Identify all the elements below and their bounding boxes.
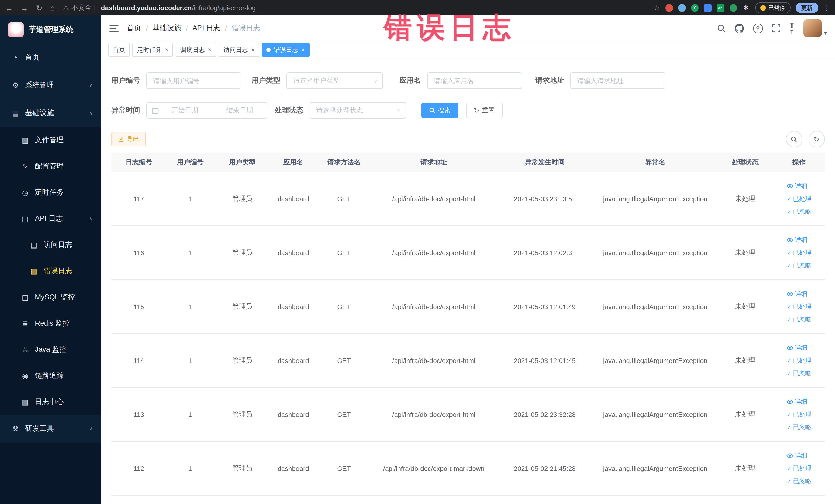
browser-home-icon[interactable]: ⌂ — [50, 4, 55, 12]
extension-leaf-icon[interactable] — [729, 4, 737, 12]
extension-plugin-icon[interactable]: ✱ — [742, 4, 750, 12]
row-action-ignored[interactable]: ✓已忽略 — [787, 205, 811, 218]
close-icon[interactable]: × — [165, 47, 168, 53]
tab-home[interactable]: 首页 — [108, 43, 130, 57]
row-action-ignored[interactable]: ✓已忽略 — [787, 421, 811, 434]
cell-method: GET — [316, 387, 372, 441]
cell-exception: java.lang.IllegalArgumentException — [594, 226, 717, 280]
row-action-processed[interactable]: ✓已处理 — [787, 354, 811, 367]
row-action-detail[interactable]: 详细 — [787, 234, 811, 246]
row-action-detail[interactable]: 详细 — [787, 341, 811, 354]
sidebar-item-log-center[interactable]: ▤ 日志中心 — [0, 389, 101, 415]
logo[interactable]: 芋道管理系统 — [0, 15, 101, 44]
extension-y-icon[interactable]: Y — [691, 4, 698, 12]
cell-method: GET — [316, 172, 372, 226]
tab-error-log[interactable]: 错误日志 × — [262, 43, 309, 57]
sidebar-item-java[interactable]: ☕ Java 监控 — [0, 336, 101, 363]
tab-access-log[interactable]: 访问日志 × — [219, 43, 259, 57]
cell-status: 未处理 — [717, 226, 773, 280]
row-action-processed[interactable]: ✓已处理 — [787, 408, 811, 421]
tab-job[interactable]: 定时任务 × — [133, 43, 173, 57]
filter-label-process-status: 处理状态 — [274, 106, 303, 115]
doc-icon: ▤ — [21, 215, 30, 223]
cell-user_type: 管理员 — [214, 280, 270, 334]
process-status-select[interactable]: 请选择处理状态 ∨ — [309, 102, 406, 119]
browser-reload-icon[interactable]: ↻ — [36, 4, 42, 12]
user-menu[interactable]: ▾ — [804, 19, 827, 38]
breadcrumb-item[interactable]: 基础设施 — [152, 24, 181, 33]
github-icon[interactable] — [734, 24, 744, 33]
row-action-detail[interactable]: 详细 — [787, 287, 811, 300]
browser-update-button[interactable]: 更新 — [795, 3, 818, 13]
cell-user_id: 1 — [166, 334, 214, 387]
sidebar-item-trace[interactable]: ◉ 链路追踪 — [0, 363, 101, 389]
sidebar-item-job[interactable]: ◷ 定时任务 — [0, 179, 101, 205]
help-icon[interactable]: ? — [753, 23, 762, 33]
sidebar-item-dev-tools[interactable]: ⚒ 研发工具∨ — [0, 415, 101, 443]
profile-paused-badge[interactable]: 已暂停 — [755, 2, 790, 13]
request-url-input[interactable] — [570, 73, 665, 89]
address-bar[interactable]: dashboard.yudao.iocoder.cn/infra/log/api… — [101, 4, 648, 12]
close-icon[interactable]: × — [301, 47, 305, 53]
security-label[interactable]: 不安全 — [72, 3, 91, 12]
sidebar-item-redis[interactable]: ≣ Redis 监控 — [0, 310, 101, 336]
avatar[interactable] — [804, 19, 822, 38]
row-action-detail[interactable]: 详细 — [787, 180, 811, 192]
row-action-processed[interactable]: ✓已处理 — [787, 192, 811, 205]
sidebar-item-infra[interactable]: ▦ 基础设施∧ — [0, 99, 101, 127]
browser-forward-icon[interactable]: → — [21, 4, 28, 12]
breadcrumb-item[interactable]: API 日志 — [192, 24, 221, 33]
row-action-ignored[interactable]: ✓已忽略 — [787, 475, 811, 488]
sidebar-item-error-log[interactable]: ▤ 错误日志 — [0, 258, 101, 284]
cell-method: GET — [316, 280, 372, 334]
row-action-ignored[interactable]: ✓已忽略 — [787, 367, 811, 380]
reset-button[interactable]: ↻ 重置 — [466, 103, 503, 118]
search-button[interactable]: 搜索 — [422, 103, 459, 118]
close-icon[interactable]: × — [208, 47, 211, 53]
bookmark-star-icon[interactable]: ☆ — [653, 4, 660, 12]
fullscreen-icon[interactable] — [772, 24, 780, 32]
row-action-processed[interactable]: ✓已处理 — [787, 462, 811, 475]
row-action-processed[interactable]: ✓已处理 — [787, 246, 811, 259]
extension-timer-icon[interactable] — [665, 4, 673, 12]
sidebar-item-mysql[interactable]: ◫ MySQL 监控 — [0, 284, 101, 310]
sidebar-item-api-log[interactable]: ▤ API 日志∧ — [0, 205, 101, 231]
browser-back-icon[interactable]: ← — [5, 4, 13, 12]
refresh-table-button[interactable]: ↻ — [808, 131, 825, 147]
sidebar-item-access-log[interactable]: ▤ 访问日志 — [0, 231, 101, 258]
row-action-ignored[interactable]: ✓已忽略 — [787, 259, 811, 272]
cell-user_id: 1 — [166, 441, 214, 495]
check-icon: ✓ — [787, 250, 791, 256]
row-action-ignored[interactable]: ✓已忽略 — [787, 313, 811, 326]
row-action-detail[interactable]: 详细 — [787, 395, 811, 408]
hamburger-icon[interactable] — [109, 25, 119, 32]
cell-method: GET — [316, 441, 372, 495]
exception-time-range-picker[interactable]: 开始日期 - 结束日期 — [146, 102, 267, 119]
tags-bar: 首页 定时任务 × 调度日志 × 访问日志 × 错误日志 × — [101, 41, 835, 59]
browser-menu-icon[interactable]: ⋮ — [823, 4, 830, 12]
sidebar-item-system[interactable]: ⚙ 系统管理∨ — [0, 72, 101, 99]
extension-on-icon[interactable]: on — [716, 4, 724, 12]
cell-app: dashboard — [270, 226, 316, 280]
sidebar-item-config[interactable]: ✎ 配置管理 — [0, 153, 101, 179]
tab-job-log[interactable]: 调度日志 × — [176, 43, 216, 57]
app-name-input[interactable] — [427, 73, 522, 89]
user-type-select[interactable]: 请选择用户类型 ∨ — [286, 73, 383, 89]
close-icon[interactable]: × — [251, 47, 254, 53]
sidebar-item-file[interactable]: ▤ 文件管理 — [0, 127, 101, 153]
sidebar-item-home[interactable]: ◔ 首页 — [0, 44, 101, 72]
eye-icon — [787, 452, 793, 459]
extension-grid-icon[interactable] — [704, 4, 711, 12]
hide-search-button[interactable] — [786, 131, 802, 147]
download-icon — [118, 136, 124, 142]
row-action-processed[interactable]: ✓已处理 — [787, 300, 811, 313]
column-header: 处理状态 — [717, 153, 773, 172]
extension-drop-icon[interactable] — [678, 4, 686, 12]
check-icon: ✓ — [787, 370, 791, 376]
export-button[interactable]: 导出 — [111, 132, 146, 146]
row-action-detail[interactable]: 详细 — [787, 449, 811, 462]
user-id-input[interactable] — [146, 73, 241, 89]
breadcrumb-item[interactable]: 首页 — [127, 24, 141, 33]
search-icon[interactable] — [717, 24, 725, 32]
font-size-icon[interactable]: TT — [789, 22, 794, 35]
